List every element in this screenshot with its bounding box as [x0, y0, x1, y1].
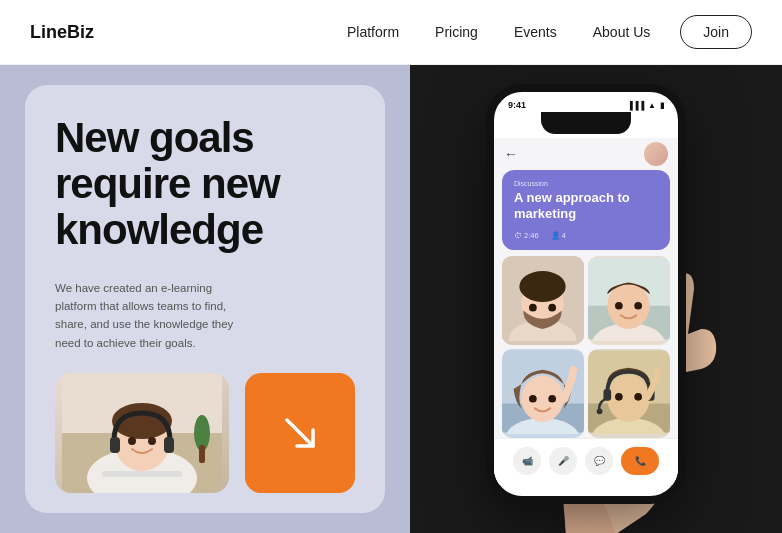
svg-point-36 [607, 375, 649, 421]
screen-header: ← [494, 138, 678, 168]
svg-point-39 [597, 408, 603, 414]
svg-point-30 [521, 375, 563, 421]
call-end-button[interactable]: 📞 [621, 447, 659, 475]
signal-icon: ▐▐▐ [627, 101, 644, 110]
svg-rect-6 [164, 437, 174, 453]
user-avatar [644, 142, 668, 166]
video-cell-1 [502, 256, 584, 345]
participant-3 [502, 349, 584, 434]
phone-notch [541, 112, 631, 134]
discussion-title: A new approach to marketing [514, 190, 658, 223]
svg-rect-11 [199, 445, 205, 463]
svg-rect-5 [110, 437, 120, 453]
main-content: New goals require new knowledge We have … [0, 65, 782, 533]
svg-point-40 [615, 392, 623, 400]
status-bar: 9:41 ▐▐▐ ▲ ▮ [494, 92, 678, 112]
video-grid [494, 256, 678, 438]
svg-point-7 [128, 437, 136, 445]
svg-point-32 [548, 394, 556, 402]
svg-point-24 [607, 282, 649, 328]
video-toggle-button[interactable]: 📹 [513, 447, 541, 475]
svg-point-41 [634, 392, 642, 400]
hero-title: New goals require new knowledge [55, 115, 355, 254]
participant-1 [502, 256, 584, 341]
svg-point-20 [548, 303, 556, 311]
meta-time-icon: ⏱ 2:46 [514, 231, 539, 240]
discussion-label: Discussion [514, 180, 658, 187]
person-photo-card [55, 373, 229, 493]
back-button[interactable]: ← [504, 146, 518, 162]
join-button[interactable]: Join [680, 15, 752, 49]
navbar: LineBiz Platform Pricing Events About Us… [0, 0, 782, 65]
bottom-action-bar: 📹 🎤 💬 📞 [494, 438, 678, 485]
phone-screen: ← Discussion A new approach to marketing… [494, 138, 678, 482]
chat-button[interactable]: 💬 [585, 447, 613, 475]
participant-2 [588, 256, 670, 341]
bottom-row [55, 373, 355, 493]
nav-pricing[interactable]: Pricing [435, 24, 478, 40]
nav-platform[interactable]: Platform [347, 24, 399, 40]
svg-rect-9 [102, 471, 182, 477]
participant-4 [588, 349, 670, 434]
nav-about[interactable]: About Us [593, 24, 651, 40]
logo: LineBiz [30, 22, 347, 43]
svg-point-26 [634, 301, 642, 309]
svg-point-8 [148, 437, 156, 445]
nav-events[interactable]: Events [514, 24, 557, 40]
person-photo [55, 373, 229, 493]
person-illustration [55, 373, 229, 493]
phone-time: 9:41 [508, 100, 526, 110]
arrow-down-right-icon [275, 408, 325, 458]
left-panel: New goals require new knowledge We have … [0, 65, 410, 533]
phone-frame: 9:41 ▐▐▐ ▲ ▮ ← [486, 84, 686, 504]
discussion-meta: ⏱ 2:46 👤 4 [514, 231, 658, 240]
video-cell-4 [588, 349, 670, 438]
svg-point-19 [529, 303, 537, 311]
nav-links: Platform Pricing Events About Us [347, 24, 650, 40]
svg-point-18 [519, 271, 565, 302]
wifi-icon: ▲ [648, 101, 656, 110]
hero-description: We have created an e-learning platform t… [55, 279, 245, 353]
video-cell-2 [588, 256, 670, 345]
video-cell-3 [502, 349, 584, 438]
mute-button[interactable]: 🎤 [549, 447, 577, 475]
right-panel: 9:41 ▐▐▐ ▲ ▮ ← [410, 65, 782, 533]
hero-card: New goals require new knowledge We have … [25, 85, 385, 513]
battery-icon: ▮ [660, 101, 664, 110]
discussion-card: Discussion A new approach to marketing ⏱… [502, 170, 670, 250]
svg-line-12 [287, 420, 313, 446]
meta-people-icon: 👤 4 [551, 231, 566, 240]
svg-point-25 [615, 301, 623, 309]
arrow-card[interactable] [245, 373, 355, 493]
svg-point-31 [529, 394, 537, 402]
